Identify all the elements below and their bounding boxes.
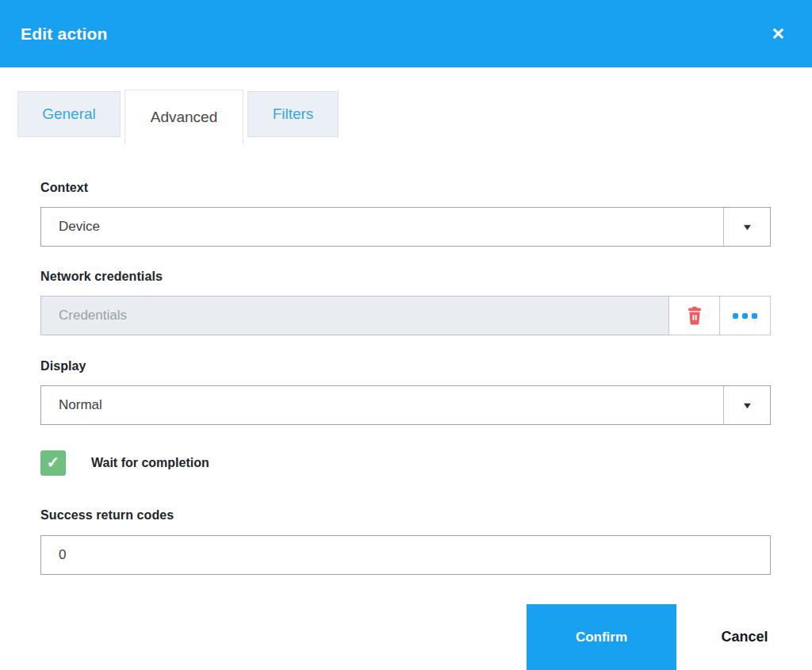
tab-filters[interactable]: Filters (247, 91, 339, 137)
network-credentials-label: Network credentials (40, 270, 771, 284)
credentials-input[interactable] (40, 296, 669, 335)
context-label: Context (40, 181, 771, 195)
display-select-value: Normal (41, 386, 723, 424)
delete-credentials-button[interactable] (668, 296, 720, 335)
display-select[interactable]: Normal ▼ (40, 385, 771, 425)
tab-bar: General Advanced Filters (17, 90, 812, 144)
advanced-tab-panel: Context Device ▼ Network credentials (0, 181, 812, 575)
tab-advanced[interactable]: Advanced (124, 90, 243, 144)
tab-filters-label: Filters (273, 105, 314, 123)
chevron-down-icon: ▼ (741, 400, 753, 410)
chevron-down-icon: ▼ (741, 222, 753, 232)
tab-advanced-label: Advanced (151, 109, 218, 126)
success-return-codes-label: Success return codes (40, 508, 771, 523)
checkmark-icon: ✓ (47, 454, 60, 470)
success-return-codes-input[interactable] (40, 535, 771, 575)
context-select[interactable]: Device ▼ (40, 207, 771, 247)
confirm-button[interactable]: Confirm (527, 604, 676, 670)
wait-for-completion-row: ✓ Wait for completion (40, 450, 771, 476)
context-select-value: Device (41, 208, 723, 246)
dialog-title: Edit action (21, 25, 108, 44)
context-select-caret-button[interactable]: ▼ (723, 208, 770, 246)
wait-for-completion-checkbox[interactable]: ✓ (40, 450, 66, 476)
close-button[interactable]: ✕ (768, 22, 788, 45)
display-label: Display (40, 359, 771, 373)
tab-general-label: General (42, 105, 96, 123)
wait-for-completion-label: Wait for completion (91, 456, 209, 470)
dialog-header: Edit action ✕ (0, 0, 812, 67)
close-icon: ✕ (771, 25, 785, 43)
tab-general[interactable]: General (17, 91, 121, 137)
trash-icon (686, 306, 703, 325)
browse-credentials-button[interactable] (719, 296, 771, 335)
cancel-button[interactable]: Cancel (677, 604, 812, 670)
display-select-caret-button[interactable]: ▼ (723, 386, 770, 424)
dialog-footer: Confirm Cancel (0, 604, 812, 670)
ellipsis-icon (733, 313, 757, 319)
network-credentials-row (40, 296, 771, 335)
edit-action-dialog: Edit action ✕ General Advanced Filters C… (0, 0, 812, 670)
